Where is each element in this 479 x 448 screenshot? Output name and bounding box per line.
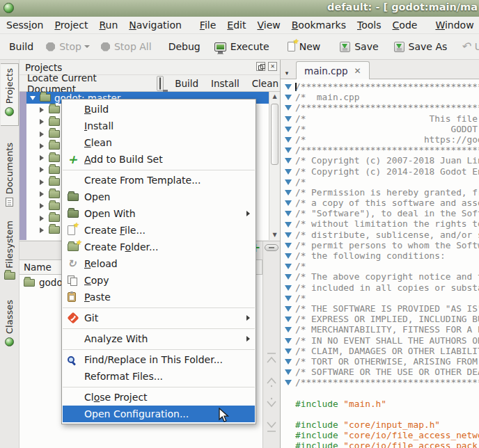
menu-item-reload[interactable]: ↻Reload <box>62 255 256 272</box>
fold-marker-icon[interactable] <box>281 293 295 303</box>
menu-item-create-file[interactable]: Create File... <box>62 222 256 239</box>
code-line[interactable] <box>281 409 479 419</box>
menu-project[interactable]: Project <box>49 18 93 32</box>
expander-right-icon[interactable] <box>38 107 45 113</box>
fold-marker-icon[interactable] <box>281 282 295 293</box>
code-line[interactable]: /* MERCHANTABILITY, FITNESS FOR A PARTIC… <box>281 324 479 335</box>
expander-right-icon[interactable] <box>38 119 45 125</box>
menu-bookmarks[interactable]: Bookmarks <box>287 18 351 32</box>
fold-marker-icon[interactable] <box>281 367 295 377</box>
menu-item-paste[interactable]: Paste <box>62 289 256 305</box>
menu-view[interactable]: View <box>252 18 285 32</box>
panel-install-button[interactable]: Install <box>210 77 241 90</box>
dock-tab-projects[interactable]: Projects <box>1 63 19 126</box>
fold-marker-icon[interactable] <box>281 177 295 187</box>
code-line[interactable]: /* TORT OR OTHERWISE, ARISING FROM, OUT … <box>281 356 479 367</box>
code-line[interactable]: #include "main.h" <box>281 399 479 409</box>
expander-right-icon[interactable] <box>38 131 45 137</box>
fold-marker-icon[interactable] <box>281 335 295 346</box>
code-line[interactable]: /* */ <box>281 177 479 187</box>
fold-marker-icon[interactable] <box>281 314 295 324</box>
code-line[interactable]: /* */ <box>281 261 479 271</box>
menu-item-install[interactable]: Install <box>62 118 256 134</box>
code-line[interactable]: /* a copy of this software and associate… <box>281 198 479 208</box>
dock-tab-filesystem[interactable]: Filesystem <box>1 216 19 285</box>
code-line[interactable]: /* EXPRESS OR IMPLIED, INCLUDING BUT NOT… <box>281 314 479 324</box>
stop-button[interactable]: Stop <box>43 38 93 55</box>
fold-marker-icon[interactable] <box>281 155 295 166</box>
menu-edit[interactable]: Edit <box>222 18 251 32</box>
fold-marker-icon[interactable] <box>281 145 295 155</box>
code-line[interactable]: /* Copyright (c) 2014-2018 Godot Engine … <box>281 166 479 177</box>
fold-marker-icon[interactable] <box>281 208 295 218</box>
float-panel-button[interactable] <box>256 62 265 71</box>
panel-clean-button[interactable]: Clean <box>251 77 280 90</box>
fold-marker-icon[interactable] <box>281 166 295 177</box>
fold-marker-icon[interactable] <box>281 240 295 250</box>
code-line[interactable]: /* distribute, sublicense, and/or sell c… <box>281 230 479 240</box>
scroll-down-arrow-icon[interactable]: ▼ <box>269 230 280 240</box>
expander-right-icon[interactable] <box>38 203 45 209</box>
code-line[interactable]: /* "Software"), to deal in the Software … <box>281 208 479 218</box>
fold-marker-icon[interactable] <box>281 271 295 282</box>
dock-tab-classes[interactable]: Classes <box>1 296 19 355</box>
expander-right-icon[interactable] <box>38 155 45 161</box>
code-line[interactable]: /***************************************… <box>281 377 479 387</box>
fold-marker-icon[interactable] <box>281 356 295 367</box>
undo-button[interactable]: ↶Undo <box>458 38 479 55</box>
menu-item-add-to-build-set[interactable]: +Add to Build Set <box>62 151 256 168</box>
build-target-button[interactable] <box>157 76 164 91</box>
fold-marker-icon[interactable] <box>281 218 295 229</box>
menu-item-find-replace-in-this-folder[interactable]: Find/Replace in This Folder... <box>62 351 256 368</box>
expander-right-icon[interactable] <box>38 143 45 149</box>
code-line[interactable]: /* without limitation the rights to use,… <box>281 218 479 229</box>
menu-tools[interactable]: Tools <box>352 18 386 32</box>
save-button[interactable]: Save <box>337 38 381 55</box>
code-line[interactable]: /* IN NO EVENT SHALL THE AUTHORS OR COPY… <box>281 335 479 346</box>
fold-marker-icon[interactable] <box>281 81 295 92</box>
fold-marker-icon[interactable] <box>281 377 295 387</box>
fold-marker-icon[interactable] <box>281 346 295 356</box>
scrollbar-thumb[interactable] <box>271 104 278 165</box>
expander-right-icon[interactable] <box>38 227 45 233</box>
debug-button[interactable]: Debug <box>166 38 203 55</box>
code-line[interactable]: /* The above copyright notice and this p… <box>281 271 479 282</box>
code-line[interactable]: /***************************************… <box>281 81 479 92</box>
code-line[interactable]: #include "core/io/file_access_pack.h" <box>281 440 479 448</box>
fold-marker-icon[interactable] <box>281 92 295 102</box>
fold-marker-icon[interactable] <box>281 124 295 134</box>
fold-marker-icon[interactable] <box>281 261 295 271</box>
menu-file[interactable]: File <box>195 18 221 32</box>
new-button[interactable]: New <box>285 38 324 55</box>
menu-item-copy[interactable]: Copy <box>62 272 256 289</box>
tab-list-dropdown-icon[interactable]: ▾ <box>282 69 292 78</box>
menu-item-analyze-with[interactable]: Analyze With <box>62 330 256 347</box>
menu-code[interactable]: Code <box>388 18 423 32</box>
stop-all-button[interactable]: Stop All <box>98 38 155 55</box>
code-line[interactable]: #include "core/input_map.h" <box>281 419 479 430</box>
code-line[interactable]: /* Permission is hereby granted, free of… <box>281 187 479 198</box>
fold-marker-icon[interactable] <box>281 134 295 145</box>
tab-main-cpp[interactable]: main.cpp ✕ <box>296 61 370 79</box>
scroll-up-arrow-icon[interactable]: ▲ <box>269 92 280 102</box>
code-line[interactable]: /* main.cpp */ <box>281 92 479 102</box>
code-line[interactable]: /* */ <box>281 293 479 303</box>
code-line[interactable]: /* CLAIM, DAMAGES OR OTHER LIABILITY, WH… <box>281 346 479 356</box>
code-lines[interactable]: /***************************************… <box>281 79 479 448</box>
fold-marker-icon[interactable] <box>281 324 295 335</box>
code-line[interactable]: /* SOFTWARE OR THE USE OR OTHER DEALINGS… <box>281 367 479 377</box>
remove-from-buildset-button[interactable] <box>265 244 278 251</box>
code-line[interactable]: /* https://godotengine.org */ <box>281 134 479 145</box>
fold-marker-icon[interactable] <box>281 303 295 314</box>
code-line[interactable]: /***************************************… <box>281 145 479 155</box>
menu-run[interactable]: Run <box>94 18 123 32</box>
code-line[interactable]: /* GODOT ENGINE */ <box>281 124 479 134</box>
menu-item-create-folder[interactable]: Create Folder... <box>62 239 256 255</box>
expander-down-icon[interactable] <box>29 96 36 100</box>
dock-tab-documents[interactable]: Documents <box>1 138 19 211</box>
panel-build-button[interactable]: Build <box>173 77 200 90</box>
fold-marker-icon[interactable] <box>281 230 295 240</box>
expander-right-icon[interactable] <box>38 179 45 185</box>
code-line[interactable]: #include "core/io/file_access_network.h" <box>281 430 479 440</box>
close-panel-button[interactable]: ✕ <box>268 62 277 71</box>
